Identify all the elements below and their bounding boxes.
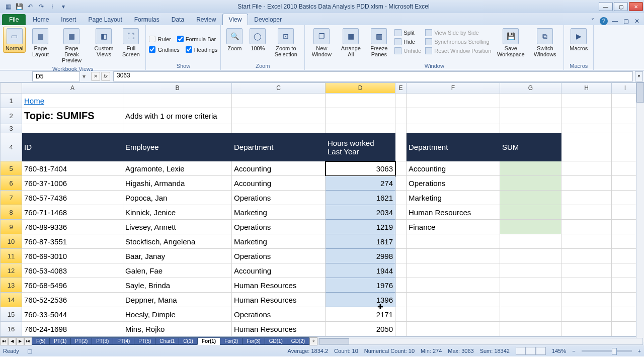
cell-id[interactable]: 760-89-9336 (22, 220, 123, 234)
col-header-C[interactable]: C (232, 82, 326, 94)
headings-checkbox[interactable]: Headings (186, 45, 217, 54)
zoom-selection-button[interactable]: ⊡Zoom to Selection (270, 27, 301, 59)
header-dept2[interactable]: Department (407, 133, 500, 161)
cell[interactable] (612, 322, 639, 336)
cell-hours[interactable]: 1944 (326, 263, 395, 278)
row-header[interactable]: 5 (0, 161, 22, 176)
workbook-min-icon[interactable]: — (611, 17, 619, 25)
cell-id[interactable]: 760-24-1698 (22, 322, 123, 336)
cell[interactable] (326, 108, 395, 124)
cell-hours[interactable]: 3063 (326, 161, 395, 176)
hide-button[interactable]: Hide (393, 38, 422, 46)
cell[interactable] (612, 293, 639, 307)
workbook-close-icon[interactable]: ✕ (633, 17, 641, 25)
cell-sum-result[interactable] (500, 278, 561, 293)
qat-more-icon[interactable]: ▾ (58, 2, 68, 12)
split-button[interactable]: Split (393, 29, 422, 37)
minimize-button[interactable]: — (599, 2, 613, 11)
cell-sum-result[interactable] (500, 161, 561, 176)
cell-employee[interactable]: Stockfisch, Angelena (123, 234, 232, 249)
cell[interactable] (395, 124, 407, 133)
cell-hours[interactable]: 2034 (326, 205, 395, 220)
arrange-all-button[interactable]: ▦Arrange All (337, 27, 364, 59)
cell[interactable] (123, 124, 232, 133)
cell[interactable] (612, 307, 639, 322)
cell[interactable] (326, 94, 395, 108)
cell[interactable] (395, 249, 407, 263)
cell[interactable] (407, 94, 500, 108)
cell-employee[interactable]: Higashi, Armanda (123, 176, 232, 191)
tab-prev-icon[interactable]: ◀ (8, 337, 16, 345)
cell[interactable] (612, 161, 639, 176)
row-header[interactable]: 1 (0, 94, 22, 108)
save-icon[interactable]: 💾 (14, 2, 24, 12)
cell-department[interactable]: Accounting (232, 176, 326, 191)
cell[interactable] (395, 133, 407, 161)
cell-summary-dept[interactable] (407, 249, 500, 263)
undo-icon[interactable]: ↶ (25, 2, 35, 12)
save-workspace-button[interactable]: 💾Save Workspace (494, 27, 527, 59)
cell-sum-result[interactable] (500, 249, 561, 263)
cell-employee[interactable]: Sayle, Brinda (123, 278, 232, 293)
cell[interactable] (395, 94, 407, 108)
cell-employee[interactable]: Hoesly, Dimple (123, 307, 232, 322)
custom-views-button[interactable]: ◧Custom Views (90, 27, 117, 59)
row-header[interactable]: 15 (0, 307, 22, 322)
cell-home-link[interactable]: Home (22, 94, 123, 108)
formula-input[interactable]: 3063 (113, 71, 633, 81)
cell-id[interactable]: 760-53-4083 (22, 263, 123, 278)
sheet-tab[interactable]: Chart1 (155, 337, 179, 345)
tab-developer[interactable]: Developer (248, 14, 288, 25)
cell-sum-result[interactable] (500, 293, 561, 307)
cell-id[interactable]: 760-69-3010 (22, 249, 123, 263)
cell-summary-dept[interactable]: Accounting (407, 161, 500, 176)
full-screen-button[interactable]: ⛶Full Screen (119, 27, 142, 59)
cell[interactable] (395, 191, 407, 205)
cell[interactable] (612, 220, 639, 234)
row-header[interactable]: 9 (0, 220, 22, 234)
row-header[interactable]: 3 (0, 124, 22, 133)
cell[interactable] (612, 263, 639, 278)
sheet-tab[interactable]: PT(4) (113, 337, 134, 345)
cell[interactable] (612, 191, 639, 205)
formula-bar-checkbox[interactable]: Formula Bar (177, 35, 216, 43)
cell-hours[interactable]: 1219 (326, 220, 395, 234)
cell[interactable] (561, 307, 612, 322)
cell[interactable] (232, 108, 326, 124)
cell-summary-dept[interactable] (407, 234, 500, 249)
cell[interactable] (395, 220, 407, 234)
tab-last-icon[interactable]: ⏭ (24, 337, 32, 345)
cell-sum-result[interactable] (500, 307, 561, 322)
workbook-restore-icon[interactable]: ▢ (622, 17, 630, 25)
cell-employee[interactable]: Kinnick, Jenice (123, 205, 232, 220)
tab-insert[interactable]: Insert (55, 14, 82, 25)
col-header-A[interactable]: A (22, 82, 123, 94)
cell[interactable] (500, 94, 561, 108)
zoom-slider[interactable] (582, 350, 632, 352)
redo-icon[interactable]: ↷ (36, 2, 46, 12)
cell[interactable] (395, 161, 407, 176)
cell-employee[interactable]: Mins, Rojko (123, 322, 232, 336)
cell[interactable] (395, 205, 407, 220)
cell-summary-dept[interactable] (407, 293, 500, 307)
cell[interactable] (123, 94, 232, 108)
cell[interactable] (232, 124, 326, 133)
cell[interactable] (561, 293, 612, 307)
expand-formula-icon[interactable]: ▾ (635, 71, 643, 81)
cell-hours[interactable]: 1396 (326, 293, 395, 307)
cell-department[interactable]: Operations (232, 191, 326, 205)
cell-hours[interactable]: 1817 (326, 234, 395, 249)
cell-id[interactable]: 760-68-5496 (22, 278, 123, 293)
normal-view-button[interactable]: ▭Normal (3, 27, 26, 53)
name-box-dropdown-icon[interactable]: ▾ (80, 73, 88, 80)
cell-department[interactable]: Human Resources (232, 322, 326, 336)
switch-windows-button[interactable]: ⧉Switch Windows (529, 27, 560, 59)
vertical-scrollbar[interactable] (636, 82, 644, 342)
horizontal-scrollbar[interactable] (318, 338, 643, 345)
cell[interactable] (561, 161, 612, 176)
tab-next-icon[interactable]: ▶ (16, 337, 24, 345)
row-header[interactable]: 14 (0, 293, 22, 307)
row-header[interactable]: 4 (0, 133, 22, 161)
cell-department[interactable]: Accounting (232, 263, 326, 278)
cell-summary-dept[interactable]: Operations (407, 176, 500, 191)
